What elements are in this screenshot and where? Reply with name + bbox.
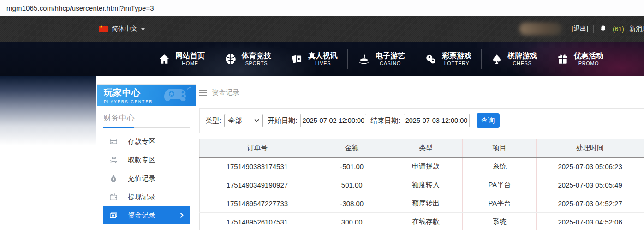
- chevron-right-icon: [179, 212, 184, 218]
- money-bag-icon: [109, 174, 118, 182]
- background-gradient: [0, 76, 96, 145]
- page-title-row: 资金记录: [199, 88, 644, 97]
- chevron-down-icon: [141, 28, 145, 32]
- table-row: 1751489547227733 -308.00 额度转出 PA平台 2025-…: [200, 194, 644, 213]
- sidebar-item-label: 资金记录: [128, 211, 155, 220]
- col-header-amount: 金额: [315, 139, 389, 157]
- type-select[interactable]: 全部: [224, 114, 263, 127]
- col-header-order-no: 订单号: [200, 139, 315, 157]
- nav-item-casino[interactable]: 电子游艺CASINO: [348, 48, 415, 70]
- sidebar-item-label: 取款专区: [128, 156, 155, 164]
- filter-bar: 类型: 全部 开始日期: 结束日期: 查询: [199, 108, 644, 133]
- end-date-input[interactable]: [404, 114, 470, 127]
- page-title: 资金记录: [212, 88, 239, 97]
- hand-money-icon: [109, 156, 118, 164]
- wallet-icon: [109, 193, 118, 201]
- user-account-blurred[interactable]: [519, 23, 562, 35]
- sidebar-item-label: 充值记录: [128, 174, 155, 183]
- sidebar-item-deposit-zone[interactable]: 存款专区: [103, 132, 190, 151]
- divider: [593, 25, 594, 33]
- table-row: 1751490349190927 501.00 额度转入 PA平台 2025-0…: [200, 176, 644, 194]
- sidebar-item-funds-record[interactable]: 资金记录: [103, 206, 190, 224]
- language-label: 简体中文: [112, 25, 137, 33]
- main-nav: 网站首页HOME 体育竞技SPORTS 真人视讯LIVES 电子游艺CASINO…: [0, 42, 644, 76]
- nav-item-promo[interactable]: 优惠活动PROMO: [547, 48, 613, 70]
- bank-card-icon: [109, 137, 118, 145]
- lottery-balls-icon: [425, 53, 437, 65]
- cell-amount: 501.00: [315, 176, 389, 194]
- table-row: 1751490383174531 -501.00 申请提款 系统 2025-07…: [200, 157, 644, 176]
- nav-label-zh: 电子游艺: [376, 51, 405, 61]
- nav-item-sports[interactable]: 体育竞技SPORTS: [215, 48, 281, 70]
- cell-order-no: 1751490383174531: [200, 157, 315, 176]
- nav-label-zh: 体育竞技: [242, 51, 271, 61]
- cell-time: 2025-07-03 05:05:49: [537, 176, 644, 194]
- table-row: 1751489526107531 300.00 在线存款 系统 2025-07-…: [200, 213, 644, 230]
- sidebar-item-lottery-bet-details[interactable]: 彩票下注明细: [103, 224, 190, 230]
- cell-type: 额度转入: [389, 176, 463, 194]
- table-header-row: 订单号 金额 类型 项目 处理时间: [200, 139, 644, 157]
- home-icon: [158, 53, 170, 65]
- cell-project: PA平台: [463, 176, 537, 194]
- sidebar-menu: 存款专区 取款专区 充值记录 提现记录: [103, 132, 190, 230]
- nav-item-lives[interactable]: 真人视讯LIVES: [281, 48, 347, 70]
- cards-icon: [291, 53, 303, 65]
- cash-record-icon: [109, 211, 118, 219]
- start-date-input[interactable]: [300, 114, 366, 127]
- sidebar-item-withdraw-zone[interactable]: 取款专区: [103, 151, 190, 169]
- sidebar-item-recharge-record[interactable]: 充值记录: [103, 169, 190, 188]
- nav-label-en: CHESS: [513, 61, 532, 67]
- nav-label-zh: 网站首页: [175, 51, 205, 61]
- col-header-time: 处理时间: [537, 139, 644, 157]
- cell-time: 2025-07-03 04:52:06: [537, 213, 644, 230]
- cell-order-no: 1751489547227733: [200, 194, 315, 213]
- nav-label-en: LOTTERY: [444, 61, 470, 67]
- sports-ball-icon: [225, 53, 237, 65]
- hamburger-icon: [199, 90, 207, 96]
- col-header-project: 项目: [463, 139, 537, 157]
- language-selector[interactable]: ★ 简体中文: [99, 25, 145, 33]
- spade-icon: [491, 53, 502, 65]
- cell-amount: -501.00: [315, 157, 389, 176]
- message-count[interactable]: (61): [613, 25, 624, 33]
- cell-time: 2025-07-03 05:06:23: [537, 157, 644, 176]
- nav-item-home[interactable]: 网站首页HOME: [149, 48, 215, 70]
- col-header-type: 类型: [389, 139, 463, 157]
- section-underline: [103, 127, 190, 128]
- cell-time: 2025-07-03 04:52:27: [537, 194, 644, 213]
- browser-url-bar: mgm1065.com/hhcp/usercenter.html?iniType…: [0, 0, 644, 16]
- cell-project: PA平台: [463, 194, 537, 213]
- nav-label-en: LIVES: [315, 61, 331, 67]
- search-button[interactable]: 查询: [477, 113, 500, 128]
- cell-amount: -308.00: [315, 194, 389, 213]
- cell-type: 申请提款: [389, 157, 463, 176]
- nav-item-chess[interactable]: 棋牌游戏CHESS: [482, 48, 547, 70]
- cell-project: 系统: [463, 157, 537, 176]
- bell-icon[interactable]: [599, 24, 608, 33]
- cell-order-no: 1751490349190927: [200, 176, 315, 194]
- nav-label-zh: 真人视讯: [308, 51, 338, 61]
- nav-label-en: CASINO: [380, 61, 401, 67]
- cell-type: 在线存款: [389, 213, 463, 230]
- nav-label-zh: 彩票游戏: [442, 51, 471, 61]
- chevron-down-icon: [254, 119, 259, 122]
- sidebar-header: 玩家中心 PLAYERS CENTER: [97, 85, 196, 106]
- nav-label-en: HOME: [182, 61, 198, 67]
- nav-label-zh: 优惠活动: [574, 51, 603, 61]
- gamepad-icon: [163, 85, 193, 106]
- roulette-icon: [358, 53, 370, 65]
- nav-label-en: PROMO: [578, 61, 599, 67]
- funds-record-table: 订单号 金额 类型 项目 处理时间 1751490383174531 -501.…: [199, 139, 644, 230]
- page-body: 玩家中心 PLAYERS CENTER 财务中心 存款专区 取款专区: [0, 76, 644, 230]
- nav-item-lottery[interactable]: 彩票游戏LOTTERY: [415, 48, 481, 70]
- sidebar-item-withdrawal-record[interactable]: 提现记录: [103, 188, 190, 206]
- sidebar-section-title: 财务中心: [103, 113, 190, 123]
- url-text[interactable]: mgm1065.com/hhcp/usercenter.html?iniType…: [6, 4, 154, 12]
- start-date-label: 开始日期:: [268, 116, 297, 125]
- nav-label-en: SPORTS: [245, 61, 268, 67]
- logout-button[interactable]: [退出]: [572, 25, 588, 33]
- cell-amount: 300.00: [315, 213, 389, 230]
- message-label[interactable]: 新消息: [629, 25, 644, 33]
- topbar-right: [退出] (61) 新消息: [519, 16, 644, 42]
- type-select-value: 全部: [228, 116, 242, 125]
